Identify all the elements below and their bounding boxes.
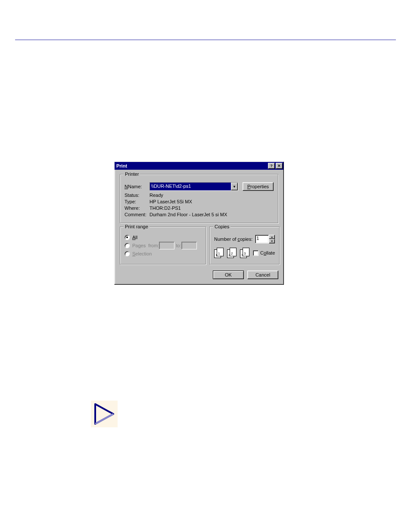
radio-selection bbox=[125, 251, 130, 256]
where-label: Where: bbox=[125, 205, 149, 211]
collate-label: Collate bbox=[260, 250, 275, 255]
status-label: Status: bbox=[125, 193, 149, 198]
titlebar: Print ? ✕ bbox=[115, 162, 283, 170]
dialog-title: Print bbox=[116, 163, 267, 168]
type-label: Type: bbox=[125, 199, 149, 204]
header-divider bbox=[15, 40, 396, 40]
collate-graphic: 1 1 2 2 3 3 bbox=[214, 248, 249, 258]
num-copies-value[interactable]: 1 bbox=[255, 235, 269, 243]
print-range-group: Print range All Pages from: to: bbox=[120, 227, 206, 264]
to-input bbox=[181, 242, 197, 249]
type-value: HP LaserJet 5Si MX bbox=[149, 199, 192, 204]
radio-selection-label: Selection bbox=[132, 251, 152, 256]
page-icon: 1 bbox=[217, 248, 224, 256]
svg-line-1 bbox=[95, 414, 113, 424]
page-icon: 3 bbox=[243, 248, 249, 256]
print-dialog: Print ? ✕ Printer NName: \\DUR-NET\d2-ps… bbox=[114, 162, 284, 285]
help-button[interactable]: ? bbox=[268, 163, 275, 169]
properties-button[interactable]: Properties bbox=[243, 182, 274, 191]
printer-group-legend: Printer bbox=[124, 171, 140, 177]
svg-marker-0 bbox=[95, 404, 113, 424]
radio-all[interactable] bbox=[125, 235, 130, 240]
chevron-down-icon[interactable]: ▼ bbox=[231, 183, 238, 190]
collate-checkbox[interactable] bbox=[253, 250, 258, 256]
to-label: to: bbox=[176, 243, 181, 248]
status-value: Ready bbox=[149, 193, 163, 198]
close-button[interactable]: ✕ bbox=[276, 163, 283, 169]
printer-group: Printer NName: \\DUR-NET\d2-ps1 ▼ Proper… bbox=[120, 174, 278, 223]
radio-pages-label: Pages bbox=[132, 243, 146, 248]
spinner-down-icon[interactable]: ▼ bbox=[269, 239, 275, 243]
num-copies-label: Number of copies: bbox=[214, 236, 252, 242]
printer-name-combo[interactable]: \\DUR-NET\d2-ps1 ▼ bbox=[149, 182, 238, 191]
name-label: NName: bbox=[125, 184, 149, 189]
radio-pages bbox=[125, 243, 130, 248]
comment-value: Durham 2nd Floor - LaserJet 5 si MX bbox=[149, 212, 227, 217]
printer-name-value: \\DUR-NET\d2-ps1 bbox=[150, 183, 231, 190]
note-triangle-icon bbox=[91, 401, 118, 427]
radio-all-label: All bbox=[132, 235, 137, 240]
from-input bbox=[159, 242, 174, 249]
copies-group: Copies Number of copies: 1 ▲ ▼ 1 bbox=[209, 227, 280, 264]
cancel-button[interactable]: Cancel bbox=[247, 271, 278, 279]
copies-legend: Copies bbox=[213, 224, 230, 229]
comment-label: Comment: bbox=[125, 212, 149, 217]
print-range-legend: Print range bbox=[124, 224, 149, 229]
num-copies-spinner[interactable]: 1 ▲ ▼ bbox=[255, 235, 275, 243]
page-icon: 2 bbox=[230, 248, 237, 256]
from-label: from: bbox=[148, 243, 159, 248]
spinner-up-icon[interactable]: ▲ bbox=[269, 235, 275, 239]
where-value: THOR:D2-PS1 bbox=[149, 205, 181, 211]
ok-button[interactable]: OK bbox=[213, 271, 244, 279]
